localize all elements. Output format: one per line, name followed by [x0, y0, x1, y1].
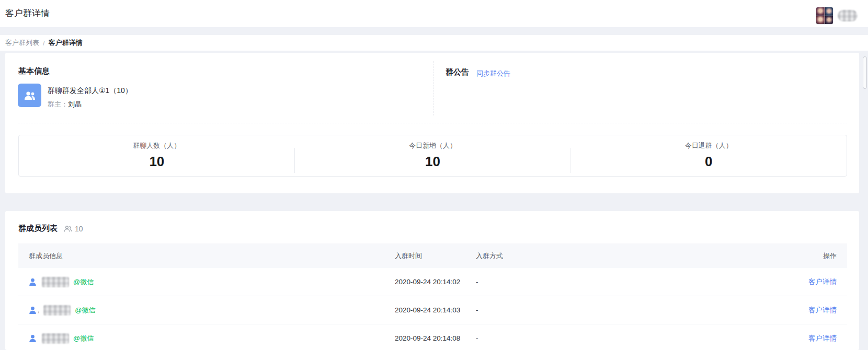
table-row: @微信 2020-09-24 20:14:02 - 客户详情 [18, 268, 847, 296]
stat-value: 10 [19, 154, 295, 170]
group-avatar [18, 84, 41, 107]
member-list-card: 群成员列表 10 群成员信息 入群时间 入群方式 操作 [5, 211, 859, 350]
member-name-redacted [42, 333, 69, 344]
group-owner-line: 群主：刘晶 [48, 100, 82, 109]
avatar-photo [825, 16, 833, 25]
avatar[interactable] [816, 7, 833, 25]
member-info-cell: @微信 [18, 333, 395, 344]
vertical-scrollbar-thumb[interactable] [863, 56, 867, 89]
members-count: 10 [75, 225, 83, 233]
member-table: 群成员信息 入群时间 入群方式 操作 @微信 2020-09-24 20:14:… [18, 243, 847, 350]
user-account-area[interactable] [816, 7, 858, 25]
breadcrumb: 客户群列表 / 客户群详情 [0, 35, 868, 51]
join-method-cell: - [476, 306, 784, 314]
customer-detail-link[interactable]: 客户详情 [808, 334, 837, 342]
customer-detail-link[interactable]: 客户详情 [808, 278, 837, 286]
group-owner-name: 刘晶 [68, 100, 82, 108]
avatar-photo [816, 16, 825, 25]
wechat-tag: @微信 [73, 277, 94, 287]
join-method-cell: - [476, 278, 784, 286]
basic-info-card: 基本信息 群聊群发全部人①1（10） 群主：刘晶 群公告 同步群公告 群聊人数（… [5, 53, 859, 193]
customer-detail-link[interactable]: 客户详情 [808, 306, 837, 314]
member-list-header: 群成员列表 10 [18, 224, 83, 234]
stat-label: 今日退群（人） [570, 141, 847, 150]
user-name-redacted [838, 10, 858, 21]
table-row: , @微信 2020-09-24 20:14:03 - 客户详情 [18, 296, 847, 324]
group-owner-label: 群主： [48, 100, 68, 108]
breadcrumb-separator: / [43, 39, 45, 47]
member-name-prefix: , [38, 307, 39, 314]
join-time-cell: 2020-09-24 20:14:03 [395, 306, 476, 314]
wechat-tag: @微信 [75, 306, 95, 315]
member-info-cell: , @微信 [18, 305, 395, 316]
sync-announcement-link[interactable]: 同步群公告 [476, 69, 510, 78]
member-name-redacted [42, 277, 69, 287]
join-time-cell: 2020-09-24 20:14:08 [395, 334, 476, 342]
group-name: 群聊群发全部人①1（10） [48, 86, 132, 96]
member-list-title: 群成员列表 [18, 224, 58, 234]
table-row: @微信 2020-09-24 20:14:08 - 客户详情 [18, 324, 847, 350]
stat-value: 0 [570, 154, 847, 170]
person-icon [29, 306, 37, 314]
person-icon [29, 334, 37, 343]
group-people-icon [23, 89, 37, 102]
member-info-cell: @微信 [18, 277, 395, 287]
stat-member-count: 群聊人数（人） 10 [19, 135, 295, 176]
basic-info-title: 基本信息 [18, 66, 50, 76]
avatar-photo [816, 7, 825, 16]
column-header-join-time: 入群时间 [395, 251, 476, 261]
column-header-member-info: 群成员信息 [18, 251, 395, 261]
member-name-redacted [43, 305, 71, 316]
stat-label: 群聊人数（人） [19, 141, 295, 150]
column-header-action: 操作 [784, 251, 847, 261]
avatar-photo [825, 7, 833, 16]
page-title: 客户群详情 [5, 0, 50, 27]
column-header-join-method: 入群方式 [476, 251, 784, 261]
top-header-bar: 客户群详情 [0, 0, 868, 27]
stat-left-today: 今日退群（人） 0 [570, 135, 847, 176]
member-table-header-row: 群成员信息 入群时间 入群方式 操作 [18, 243, 847, 268]
join-method-cell: - [476, 334, 784, 342]
stat-label: 今日新增（人） [295, 141, 571, 150]
wechat-tag: @微信 [73, 334, 94, 343]
stat-joined-today: 今日新增（人） 10 [295, 135, 571, 176]
vertical-dashed-divider [433, 61, 433, 115]
join-time-cell: 2020-09-24 20:14:02 [395, 278, 476, 286]
breadcrumb-current: 客户群详情 [49, 38, 83, 48]
breadcrumb-link-group-list[interactable]: 客户群列表 [5, 38, 39, 48]
horizontal-dashed-divider [18, 123, 847, 123]
person-icon [29, 278, 37, 286]
members-count-icon [64, 225, 72, 232]
stat-value: 10 [295, 154, 571, 170]
announcement-title: 群公告 [446, 67, 469, 77]
group-stats-panel: 群聊人数（人） 10 今日新增（人） 10 今日退群（人） 0 [18, 135, 847, 177]
